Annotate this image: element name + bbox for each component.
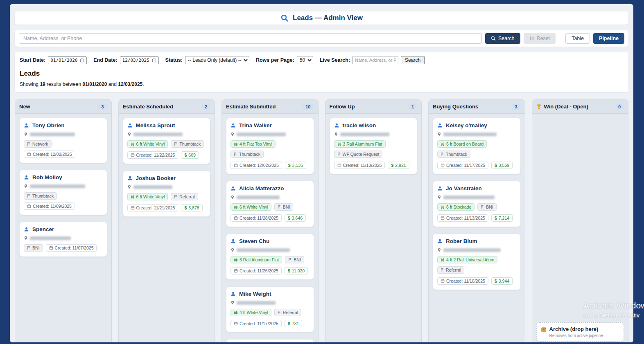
column-title: Estimate Submitted [226, 103, 276, 110]
flag-icon [441, 268, 444, 272]
lead-card[interactable]: Tony Obrien Network Created: 12/02/2025 [19, 118, 107, 163]
lead-name: Spencer [32, 226, 54, 232]
source-label: BNI [294, 257, 301, 262]
created-tag: Created: 12/02/2025 [24, 151, 75, 158]
lead-name: Mike Weight [239, 291, 271, 297]
fence-icon [234, 142, 238, 146]
product-label: 6 ft White Vinyl [136, 194, 165, 199]
product-label: 4 ft White Vinyl [240, 310, 268, 315]
lead-name: Melissa Sprout [136, 122, 175, 128]
created-tag: Created: 11/17/2025 [230, 320, 282, 327]
lead-address-redacted [30, 133, 75, 136]
source-label: BNI [486, 205, 493, 209]
source-tag: BNI [285, 256, 304, 263]
end-date-input[interactable] [122, 58, 150, 63]
dollar-icon: $ [495, 279, 497, 283]
column-body[interactable]: Melissa Sprout 6 ft White Vinyl Thumbtac… [119, 114, 215, 342]
search-icon [491, 36, 496, 41]
end-date-field[interactable] [120, 56, 159, 64]
lead-card[interactable]: Rob Molloy Thumbtack Created: 11/09/2025 [19, 170, 107, 215]
column-body[interactable]: Archive (drop here) Removes from active … [532, 114, 628, 342]
product-label: 4 ft Flat Top Vinyl [240, 142, 272, 146]
lead-card[interactable]: Alicia Matterazzo 6 ft White Vinyl BNI C… [226, 181, 314, 227]
column-header: Follow Up 1 [325, 100, 422, 114]
summary-start-date: 01/01/2020 [82, 81, 107, 87]
live-search-button[interactable]: Search [401, 56, 425, 64]
lead-card[interactable]: Kelsey o'malley 6 ft Board on Board Thum… [433, 118, 521, 174]
calendar-icon[interactable] [152, 58, 156, 63]
source-tag: BNI [274, 203, 294, 211]
lead-card[interactable]: Steven Chu 3 Rail Aluminum Flat BNI Crea… [226, 234, 314, 280]
price-label: 3,646 [292, 216, 303, 220]
results-heading: Leads [20, 70, 624, 78]
reset-button-label: Reset [537, 36, 550, 41]
kanban-column-follow-up: Follow Up 1 tracie wilson 3 Rail Aluminu… [325, 99, 422, 342]
lead-card[interactable]: Rober Blum 4 ft 2 Rail Universal Alum Re… [433, 234, 521, 290]
search-input[interactable] [19, 33, 482, 44]
price-tag: $3,135 [285, 162, 306, 169]
created-label: Created: 11/09/2025 [33, 204, 72, 209]
calendar-icon[interactable] [80, 58, 84, 63]
person-icon [24, 123, 29, 128]
product-tag: 6 ft White Vinyl [230, 203, 271, 211]
lead-name: Alicia Matterazzo [239, 185, 284, 191]
source-tag: Referral [171, 193, 198, 200]
pipeline-view-label: Pipeline [599, 36, 619, 41]
lead-card[interactable]: Spencer BNI Created: 11/07/2025 [19, 222, 107, 257]
app-frame: Leads — Admin View Search Reset Table Pi… [10, 4, 633, 342]
product-label: 6 ft Stockade [446, 205, 471, 209]
column-header: New 3 [15, 100, 111, 114]
column-count-badge: 0 [615, 104, 624, 110]
dollar-icon: $ [184, 205, 187, 210]
lead-card[interactable]: Melissa Sprout 6 ft White Vinyl Thumbtac… [123, 118, 211, 164]
page-title-bar: Leads — Admin View [15, 11, 628, 25]
location-pin-icon [437, 247, 441, 252]
lead-address-redacted [30, 184, 85, 188]
lead-card[interactable]: Joshua Booker 6 ft White Vinyl Referral … [123, 171, 211, 217]
created-tag: Created: 11/10/2025 [437, 277, 488, 285]
lead-address-redacted [340, 133, 389, 136]
table-view-button[interactable]: Table [565, 33, 590, 44]
rows-per-page-select[interactable]: 50 [297, 56, 313, 64]
lead-address-redacted [133, 185, 172, 189]
person-icon [24, 227, 29, 232]
product-label: 6 ft White Vinyl [240, 205, 268, 209]
reset-button[interactable]: Reset [524, 33, 556, 44]
price-tag: $11,020 [285, 267, 308, 274]
column-body[interactable]: Kelsey o'malley 6 ft Board on Board Thum… [429, 114, 525, 342]
pipeline-view-button[interactable]: Pipeline [593, 33, 624, 44]
person-icon [127, 123, 133, 128]
lead-card[interactable]: Mike Weight 4 ft White Vinyl Referral Cr… [226, 286, 314, 333]
status-select[interactable]: -- Leads Only (default) -- [185, 56, 249, 64]
lead-card[interactable]: Anthony Ioiacano 6 ft Stockade WF Estima… [226, 339, 314, 342]
column-title: Follow Up [330, 103, 355, 110]
lead-card[interactable]: tracie wilson 3 Rail Aluminum Flat WF Qu… [330, 118, 418, 174]
lead-card[interactable]: Trina Walker 4 ft Flat Top Vinyl Thumbta… [226, 118, 314, 174]
column-count-badge: 1 [408, 104, 417, 110]
lead-address-redacted [443, 248, 501, 252]
live-search-input[interactable] [353, 56, 398, 64]
created-label: Created: 11/17/2025 [446, 163, 485, 168]
fence-icon [441, 205, 445, 209]
person-icon [437, 238, 443, 244]
column-body[interactable]: tracie wilson 3 Rail Aluminum Flat WF Qu… [325, 114, 422, 342]
created-tag: Created: 11/09/2025 [24, 202, 75, 210]
archive-drop-zone[interactable]: Archive (drop here) Removes from active … [536, 322, 624, 342]
search-button[interactable]: Search [485, 33, 520, 44]
calendar-icon [441, 279, 445, 283]
calendar-icon [131, 153, 135, 157]
start-date-field[interactable] [48, 56, 87, 64]
column-body-scrollable[interactable]: Trina Walker 4 ft Flat Top Vinyl Thumbta… [222, 114, 318, 342]
product-tag: 6 ft White Vinyl [127, 140, 168, 148]
column-body[interactable]: Tony Obrien Network Created: 12/02/2025 … [15, 114, 111, 342]
lead-address-redacted [237, 196, 280, 199]
price-tag: $2,921 [388, 162, 409, 169]
lead-card[interactable]: Jo Vanstralen 6 ft Stockade BNI Created:… [433, 181, 521, 227]
calendar-icon [234, 269, 238, 273]
start-date-input[interactable] [50, 58, 78, 63]
fence-icon [234, 205, 238, 209]
flag-icon [27, 194, 31, 198]
price-label: 609 [188, 153, 196, 157]
lead-address-redacted [443, 196, 495, 199]
location-pin-icon [24, 132, 28, 137]
